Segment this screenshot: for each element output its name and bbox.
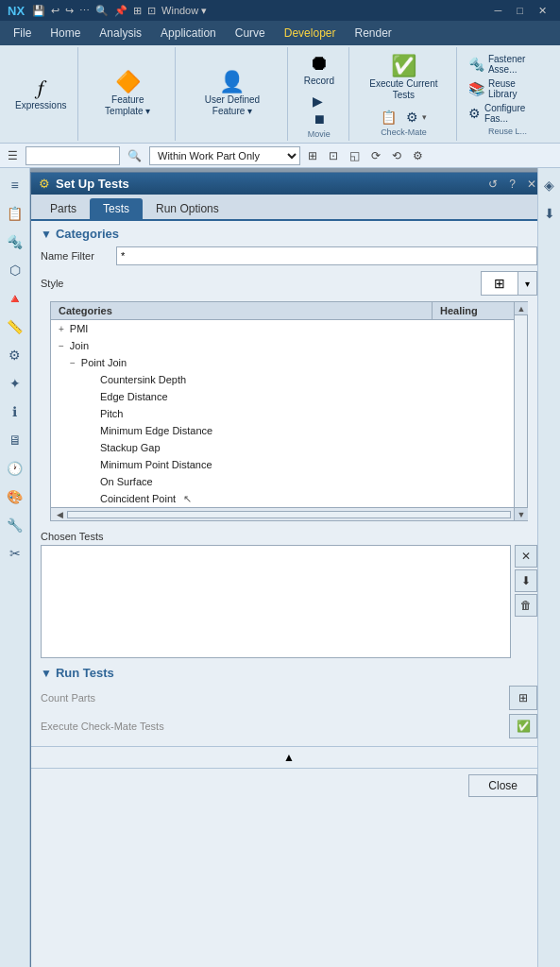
resize-icon[interactable]: ⊡ [147, 5, 156, 17]
fastener-asse-btn[interactable]: 🔩 Fastener Asse... [465, 53, 551, 76]
run-tests-collapse-arrow[interactable]: ▼ [41, 667, 52, 680]
configure-fas-btn[interactable]: ⚙ Configure Fas... [465, 102, 551, 125]
table-row[interactable]: Countersink Depth [51, 371, 527, 388]
menu-analysis[interactable]: Analysis [90, 23, 151, 43]
reuse-library-btn[interactable]: 📚 Reuse Library [465, 77, 551, 100]
movie-btn1[interactable]: ▶ [309, 93, 330, 110]
point-join-toggle[interactable]: − [70, 358, 76, 368]
sidebar-icon-info[interactable]: ℹ [2, 399, 28, 425]
pmi-toggle[interactable]: + [59, 324, 64, 334]
sidebar-icon-gear[interactable]: ⚙ [2, 342, 28, 368]
name-filter-input[interactable] [116, 246, 537, 265]
style-table-btn[interactable]: ⊞ [481, 271, 518, 296]
scroll-down-btn[interactable]: ▼ [515, 507, 528, 520]
work-part-select[interactable]: Within Work Part Only [149, 146, 300, 165]
sidebar-icon-palette[interactable]: 🎨 [2, 484, 28, 510]
sidebar-icon-cut[interactable]: ✂ [2, 540, 28, 567]
toolbar2-view-icon5[interactable]: ⟲ [388, 147, 405, 164]
tab-parts[interactable]: Parts [37, 198, 90, 219]
table-row[interactable]: Stackup Gap [51, 439, 527, 456]
chosen-remove-btn[interactable]: ✕ [515, 545, 537, 568]
sidebar-icon-tools[interactable]: 🔧 [2, 512, 28, 538]
toolbar2-view-icon1[interactable]: ⊞ [304, 147, 321, 164]
table-row[interactable]: Coincident Point ↖ [51, 490, 527, 507]
part-filter-input[interactable] [25, 146, 120, 165]
toolbar2-view-icon2[interactable]: ⊡ [325, 147, 342, 164]
table-row[interactable]: − Join [51, 337, 527, 354]
scroll-up-btn[interactable]: ▲ [515, 302, 528, 315]
chosen-delete-btn[interactable]: 🗑 [515, 594, 537, 617]
menu-file[interactable]: File [4, 23, 41, 43]
window-menu[interactable]: Window ▾ [161, 5, 207, 17]
redo-icon[interactable]: ↪ [65, 5, 74, 17]
sidebar-icon-star[interactable]: ✦ [2, 370, 28, 397]
dialog-refresh-icon[interactable]: ↺ [485, 178, 501, 191]
dialog-close-icon[interactable]: ✕ [524, 178, 537, 191]
record-btn[interactable]: ⏺ Record [296, 49, 343, 91]
sidebar-icon-parts[interactable]: 🔩 [2, 229, 28, 255]
sidebar-icon-clipboard[interactable]: 📋 [2, 200, 28, 227]
toolbar2-view-icon3[interactable]: ◱ [346, 147, 364, 164]
grid-icon[interactable]: ⊞ [133, 5, 142, 17]
menu-render[interactable]: Render [345, 23, 400, 43]
tab-tests[interactable]: Tests [90, 198, 143, 219]
table-scroll-vertical: ▲ ▼ [514, 302, 527, 520]
sidebar-icon-measure[interactable]: 📏 [2, 314, 28, 340]
pin-icon[interactable]: 📌 [114, 5, 127, 17]
sidebar-icon-monitor[interactable]: 🖥 [2, 427, 28, 453]
right-sidebar-icon1[interactable]: ◈ [536, 172, 561, 198]
close-window-btn[interactable]: ✕ [533, 5, 552, 17]
toolbar2-filter-icon[interactable]: 🔍 [124, 147, 145, 164]
table-row[interactable]: On Surface [51, 473, 527, 490]
execute-current-tests-btn[interactable]: ✅ Execute Current Tests [357, 52, 450, 105]
table-row[interactable]: − Point Join [51, 354, 527, 371]
check-mate-sub-btn1[interactable]: 📋 [377, 109, 400, 126]
expressions-btn[interactable]: 𝑓 Expressions [9, 74, 72, 115]
record-icon: ⏺ [309, 53, 330, 74]
table-row[interactable]: Pitch [51, 405, 527, 422]
table-row[interactable]: Minimum Edge Distance [51, 422, 527, 439]
tab-run-options[interactable]: Run Options [143, 198, 232, 219]
toolbar-more-icon[interactable]: ⋯ [79, 5, 90, 17]
right-sidebar-icon2[interactable]: ⬇ [536, 200, 561, 227]
close-button[interactable]: Close [468, 774, 537, 797]
user-defined-feature-btn[interactable]: 👤 User Defined Feature ▾ [183, 68, 281, 121]
table-row[interactable]: Edge Distance [51, 388, 527, 405]
sidebar-icon-shape[interactable]: ⬡ [2, 257, 28, 283]
minimize-btn[interactable]: ─ [489, 5, 508, 17]
style-dropdown-btn[interactable]: ▾ [518, 271, 537, 296]
hscroll-track[interactable] [67, 511, 511, 518]
feature-template-btn[interactable]: 🔶 Feature Template ▾ [86, 68, 169, 121]
bottom-expand-arrow[interactable]: ▲ [31, 746, 537, 768]
undo-icon[interactable]: ↩ [51, 5, 59, 17]
check-mate-sub-btn2[interactable]: ⚙ ▾ [402, 109, 431, 126]
table-row[interactable]: + PMI [51, 320, 527, 337]
sidebar-icon-triangle[interactable]: 🔺 [2, 285, 28, 312]
chosen-tests-area[interactable] [41, 545, 511, 658]
menu-home[interactable]: Home [41, 23, 90, 43]
maximize-btn[interactable]: □ [511, 5, 529, 17]
categories-collapse-arrow[interactable]: ▼ [41, 228, 52, 241]
count-parts-btn[interactable]: ⊞ [509, 686, 537, 710]
hscroll-left-btn[interactable]: ◀ [53, 510, 67, 519]
toolbar2-menu-icon[interactable]: ☰ [4, 147, 22, 164]
check-mate-icon2: ⚙ [406, 110, 418, 125]
save-icon[interactable]: 💾 [32, 5, 45, 17]
dialog-gear-icon: ⚙ [39, 177, 50, 191]
dialog-help-icon[interactable]: ? [506, 178, 518, 191]
search-icon[interactable]: 🔍 [95, 5, 109, 17]
toolbar2-settings-icon[interactable]: ⚙ [409, 147, 427, 164]
menu-application[interactable]: Application [151, 23, 226, 43]
menu-developer[interactable]: Developer [275, 23, 346, 43]
menu-curve[interactable]: Curve [226, 23, 275, 43]
join-toggle[interactable]: − [59, 341, 64, 351]
dialog-title: Set Up Tests [56, 177, 480, 191]
movie-btn2[interactable]: ⏹ [309, 110, 330, 127]
execute-check-mate-btn[interactable]: ✅ [509, 714, 537, 738]
sidebar-icon-clock[interactable]: 🕐 [2, 455, 28, 482]
sidebar-icon-menu[interactable]: ≡ [2, 172, 28, 198]
chosen-move-down-btn[interactable]: ⬇ [515, 569, 537, 592]
toolbar2-view-icon4[interactable]: ⟳ [367, 147, 384, 164]
scroll-track[interactable] [515, 315, 527, 507]
table-row[interactable]: Minimum Point Distance [51, 456, 527, 473]
